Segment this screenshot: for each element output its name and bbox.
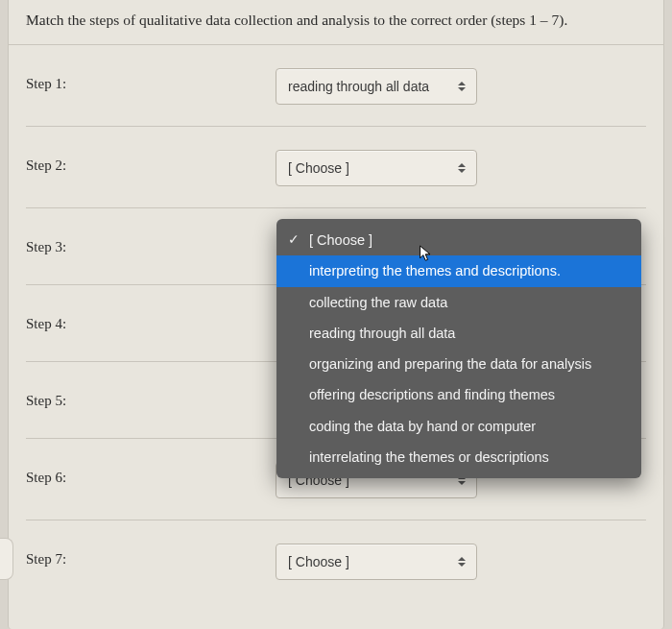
step-row: Step 1: reading through all data [26, 45, 646, 127]
step-7-select[interactable]: [ Choose ] [276, 544, 477, 580]
step-3-dropdown[interactable]: [ Choose ] interpreting the themes and d… [276, 219, 641, 478]
dropdown-option[interactable]: organizing and preparing the data for an… [276, 349, 641, 379]
dropdown-option[interactable]: offering descriptions and finding themes [276, 379, 641, 410]
chevron-updown-icon [457, 555, 467, 569]
dropdown-option[interactable]: interpreting the themes and descriptions… [276, 255, 641, 286]
select-value: [ Choose ] [288, 554, 349, 569]
step-row: Step 2: [ Choose ] [26, 127, 646, 208]
dropdown-option[interactable]: coding the data by hand or computer [276, 411, 641, 442]
select-value: reading through all data [288, 79, 429, 94]
chevron-updown-icon [457, 161, 467, 175]
step-label: Step 2: [26, 150, 276, 174]
step-label: Step 4: [26, 308, 276, 332]
step-1-select[interactable]: reading through all data [276, 68, 477, 105]
step-label: Step 3: [26, 231, 276, 255]
chevron-updown-icon [457, 80, 467, 93]
step-label: Step 6: [26, 462, 276, 486]
step-2-select[interactable]: [ Choose ] [276, 150, 477, 186]
step-label: Step 7: [26, 544, 276, 568]
side-tab-handle[interactable] [0, 538, 13, 580]
step-row: Step 7: [ Choose ] [26, 520, 646, 601]
step-label: Step 5: [26, 385, 276, 409]
question-text: Match the steps of qualitative data coll… [9, 0, 663, 45]
step-label: Step 1: [26, 68, 276, 92]
select-value: [ Choose ] [288, 160, 349, 176]
dropdown-option[interactable]: reading through all data [276, 318, 641, 349]
dropdown-option[interactable]: interrelating the themes or descriptions [276, 442, 641, 472]
dropdown-option[interactable]: [ Choose ] [276, 225, 641, 255]
dropdown-option[interactable]: collecting the raw data [276, 287, 641, 318]
